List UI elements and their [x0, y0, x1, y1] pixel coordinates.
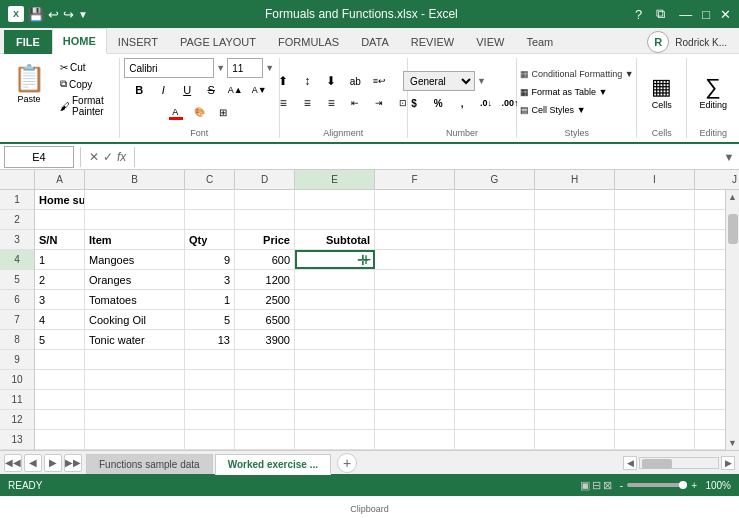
cell-g9[interactable] — [455, 350, 535, 369]
cell-j7[interactable] — [695, 310, 725, 329]
cell-c3[interactable]: Qty — [185, 230, 235, 249]
cell-i8[interactable] — [615, 330, 695, 349]
font-color-button[interactable]: A — [164, 102, 186, 122]
cell-h8[interactable] — [535, 330, 615, 349]
cell-c7[interactable]: 5 — [185, 310, 235, 329]
cell-f9[interactable] — [375, 350, 455, 369]
conditional-formatting-dropdown-icon[interactable]: ▼ — [625, 69, 634, 79]
cell-e12[interactable] — [295, 410, 375, 429]
cell-i1[interactable] — [615, 190, 695, 209]
cell-j13[interactable] — [695, 430, 725, 449]
cell-j6[interactable] — [695, 290, 725, 309]
undo-icon[interactable]: ↩ — [48, 7, 59, 22]
conditional-formatting-button[interactable]: ▦ Conditional Formatting ▼ — [513, 66, 641, 82]
cell-f6[interactable] — [375, 290, 455, 309]
cell-b8[interactable]: Tonic water — [85, 330, 185, 349]
cell-i9[interactable] — [615, 350, 695, 369]
cut-button[interactable]: ✂ Cut — [56, 60, 113, 75]
col-header-j[interactable]: J — [695, 170, 739, 189]
row-header-3[interactable]: 3 — [0, 230, 34, 250]
scroll-thumb[interactable] — [728, 214, 738, 244]
cell-f3[interactable] — [375, 230, 455, 249]
cell-e11[interactable] — [295, 390, 375, 409]
cell-i4[interactable] — [615, 250, 695, 269]
cell-i12[interactable] — [615, 410, 695, 429]
zoom-out-button[interactable]: - — [620, 480, 623, 491]
cell-a1[interactable]: Home supplies budget — [35, 190, 85, 209]
tab-insert[interactable]: INSERT — [107, 29, 169, 54]
tab-file[interactable]: FILE — [4, 30, 52, 54]
cell-h9[interactable] — [535, 350, 615, 369]
cell-h11[interactable] — [535, 390, 615, 409]
row-header-9[interactable]: 9 — [0, 350, 34, 370]
cell-f10[interactable] — [375, 370, 455, 389]
sheet-nav-prev-button[interactable]: ◀ — [24, 454, 42, 472]
cell-i3[interactable] — [615, 230, 695, 249]
scroll-down-button[interactable]: ▼ — [726, 436, 740, 450]
cell-f8[interactable] — [375, 330, 455, 349]
formula-expand-button[interactable]: ▼ — [719, 147, 739, 167]
cell-e9[interactable] — [295, 350, 375, 369]
cell-g5[interactable] — [455, 270, 535, 289]
cell-b3[interactable]: Item — [85, 230, 185, 249]
cell-h3[interactable] — [535, 230, 615, 249]
cell-g1[interactable] — [455, 190, 535, 209]
cell-j1[interactable] — [695, 190, 725, 209]
cell-h12[interactable] — [535, 410, 615, 429]
cell-c1[interactable] — [185, 190, 235, 209]
row-header-7[interactable]: 7 — [0, 310, 34, 330]
cell-j2[interactable] — [695, 210, 725, 229]
cell-i5[interactable] — [615, 270, 695, 289]
tab-view[interactable]: VIEW — [465, 29, 515, 54]
italic-button[interactable]: I — [152, 80, 174, 100]
cell-d4[interactable]: 600 — [235, 250, 295, 269]
cell-c6[interactable]: 1 — [185, 290, 235, 309]
cell-d5[interactable]: 1200 — [235, 270, 295, 289]
cell-b11[interactable] — [85, 390, 185, 409]
cell-e4[interactable]: ✛ — [295, 250, 375, 269]
cell-f12[interactable] — [375, 410, 455, 429]
percent-button[interactable]: % — [427, 93, 449, 113]
cell-f4[interactable] — [375, 250, 455, 269]
cell-e8[interactable] — [295, 330, 375, 349]
number-format-select[interactable]: General — [403, 71, 475, 91]
cell-f13[interactable] — [375, 430, 455, 449]
row-header-12[interactable]: 12 — [0, 410, 34, 430]
cell-i2[interactable] — [615, 210, 695, 229]
cell-a11[interactable] — [35, 390, 85, 409]
align-center-button[interactable]: ≡ — [296, 93, 318, 113]
align-top-button[interactable]: ⬆ — [272, 71, 294, 91]
cell-d6[interactable]: 2500 — [235, 290, 295, 309]
zoom-in-button[interactable]: + — [691, 480, 697, 491]
cell-d8[interactable]: 3900 — [235, 330, 295, 349]
decrease-indent-button[interactable]: ⇤ — [344, 93, 366, 113]
formula-function-button[interactable]: fx — [117, 150, 126, 164]
cell-a13[interactable] — [35, 430, 85, 449]
zoom-slider[interactable] — [627, 483, 687, 487]
cell-d11[interactable] — [235, 390, 295, 409]
row-header-6[interactable]: 6 — [0, 290, 34, 310]
borders-button[interactable]: ⊞ — [212, 102, 234, 122]
cell-e6[interactable] — [295, 290, 375, 309]
add-sheet-button[interactable]: + — [337, 453, 357, 473]
tab-team[interactable]: Team — [515, 29, 564, 54]
cell-b13[interactable] — [85, 430, 185, 449]
align-left-button[interactable]: ≡ — [272, 93, 294, 113]
formula-enter-button[interactable]: ✓ — [103, 150, 113, 164]
cell-g13[interactable] — [455, 430, 535, 449]
font-name-input[interactable] — [124, 58, 214, 78]
cell-d7[interactable]: 6500 — [235, 310, 295, 329]
cell-a10[interactable] — [35, 370, 85, 389]
bold-button[interactable]: B — [128, 80, 150, 100]
cell-a5[interactable]: 2 — [35, 270, 85, 289]
cell-e3[interactable]: Subtotal — [295, 230, 375, 249]
row-header-10[interactable]: 10 — [0, 370, 34, 390]
cell-g6[interactable] — [455, 290, 535, 309]
h-scroll-left-button[interactable]: ◀ — [623, 456, 637, 470]
select-all-button[interactable] — [0, 170, 35, 189]
more-quick-access-icon[interactable]: ▼ — [78, 9, 88, 20]
format-as-table-dropdown-icon[interactable]: ▼ — [598, 87, 607, 97]
cell-b2[interactable] — [85, 210, 185, 229]
cell-i13[interactable] — [615, 430, 695, 449]
format-painter-button[interactable]: 🖌 Format Painter — [56, 93, 113, 119]
